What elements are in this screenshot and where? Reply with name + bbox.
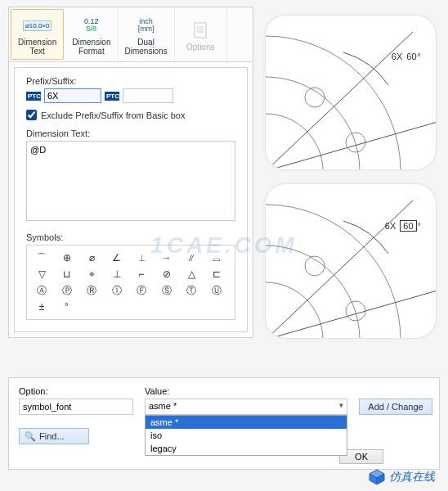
- symbol-button[interactable]: Ⓣ: [181, 283, 201, 298]
- prefix-suffix-label: Prefix/Suffix:: [26, 76, 235, 86]
- options-icon: [192, 20, 208, 41]
- symbol-button[interactable]: ⊕: [57, 250, 77, 265]
- svg-point-13: [266, 205, 401, 339]
- watermark-brand: 仿真在线: [368, 468, 435, 486]
- drawing-preview-1: 6X 60°: [265, 15, 437, 170]
- value-select-box[interactable]: asme *: [145, 399, 347, 415]
- dual-dimensions-icon: inch[mm]: [138, 15, 155, 36]
- symbol-button[interactable]: ⌒: [32, 250, 52, 265]
- prefix-input[interactable]: [44, 88, 101, 103]
- dimension-text-icon: ⌀10.0×0: [23, 15, 52, 36]
- tab-label: Dual Dimensions: [125, 38, 168, 56]
- symbol-button[interactable]: ±: [32, 300, 52, 314]
- symbol-button[interactable]: △: [181, 267, 201, 282]
- symbol-button[interactable]: Ⓐ: [32, 283, 52, 298]
- ribbon-toolbar: ⌀10.0×0 Dimension Text 0.125/8 Dimension…: [9, 7, 253, 62]
- dimension-text-input[interactable]: @D: [26, 141, 235, 221]
- symbol-button[interactable]: [157, 300, 177, 314]
- symbol-button[interactable]: ▽: [32, 267, 52, 282]
- symbol-button[interactable]: ⌖: [82, 267, 101, 282]
- option-label: Option:: [19, 386, 133, 396]
- tab-label: Dimension Format: [72, 38, 110, 56]
- value-select[interactable]: asme * asme *isolegacy: [145, 399, 347, 415]
- value-dropdown: asme *isolegacy: [145, 415, 347, 456]
- dropdown-item[interactable]: asme *: [146, 416, 347, 429]
- value-label: Value:: [145, 386, 347, 396]
- dimension-callout: 6X 60°: [385, 220, 421, 232]
- dropdown-item[interactable]: legacy: [146, 442, 347, 455]
- cube-icon: [368, 468, 386, 486]
- dimension-callout: 6X 60°: [392, 52, 421, 61]
- symbol-button[interactable]: [132, 300, 151, 314]
- svg-point-11: [266, 282, 323, 339]
- find-button[interactable]: 🔍 Find...: [19, 428, 89, 444]
- symbol-button[interactable]: ⊥: [107, 267, 127, 282]
- svg-point-4: [266, 114, 323, 170]
- symbol-button[interactable]: [207, 300, 226, 314]
- symbol-button[interactable]: [181, 300, 201, 314]
- symbol-button[interactable]: [107, 300, 127, 314]
- symbol-button[interactable]: ⊏: [207, 267, 226, 282]
- options-tab[interactable]: Options: [175, 7, 227, 61]
- drawing-preview-2: 6X 60°: [265, 183, 437, 339]
- symbol-button[interactable]: °: [57, 300, 77, 314]
- config-option-panel: Option: 🔍 Find... Value: asme * asme *is…: [8, 377, 440, 470]
- form-body: Prefix/Suffix: PTC PTC Exclude Prefix/Su…: [14, 67, 248, 332]
- symbol-button[interactable]: ⊘: [157, 267, 177, 282]
- svg-line-17: [266, 291, 437, 339]
- svg-point-12: [266, 246, 360, 339]
- svg-rect-0: [195, 23, 206, 38]
- dimension-text-label: Dimension Text:: [26, 128, 235, 138]
- suffix-input[interactable]: [123, 88, 173, 103]
- symbol-button[interactable]: Ⓢ: [157, 283, 177, 298]
- tab-label: Dimension Text: [18, 38, 56, 56]
- symbol-button[interactable]: ∠: [107, 250, 127, 265]
- symbol-button[interactable]: ⌐: [132, 267, 151, 282]
- symbol-button[interactable]: Ⓘ: [107, 283, 127, 298]
- symbol-button[interactable]: Ⓡ: [82, 283, 101, 298]
- symbol-button[interactable]: Ⓟ: [57, 283, 77, 298]
- dropdown-item[interactable]: iso: [146, 429, 347, 442]
- tab-label: Options: [186, 43, 214, 52]
- ptc-badge-icon: PTC: [105, 92, 119, 101]
- watermark-text: 1CAE.COM: [150, 232, 298, 259]
- dimension-format-tab[interactable]: 0.125/8 Dimension Format: [65, 7, 118, 61]
- add-change-button[interactable]: Add / Change: [359, 399, 432, 415]
- ptc-badge-icon: PTC: [26, 92, 41, 101]
- svg-point-6: [266, 36, 401, 170]
- dual-dimensions-tab[interactable]: inch[mm] Dual Dimensions: [119, 7, 175, 61]
- symbol-button[interactable]: [82, 300, 101, 314]
- exclude-checkbox[interactable]: [26, 110, 37, 120]
- symbol-button[interactable]: ⟂: [132, 250, 151, 265]
- dimension-text-tab[interactable]: ⌀10.0×0 Dimension Text: [11, 9, 64, 60]
- dimension-properties-panel: ⌀10.0×0 Dimension Text 0.125/8 Dimension…: [8, 7, 253, 338]
- dimension-format-icon: 0.125/8: [84, 15, 99, 36]
- symbol-button[interactable]: Ⓕ: [132, 283, 151, 298]
- symbol-button[interactable]: ⊔: [57, 267, 77, 282]
- svg-line-10: [266, 122, 437, 170]
- exclude-label: Exclude Prefix/Suffix from Basic box: [41, 110, 185, 120]
- symbol-button[interactable]: ⌀: [82, 250, 101, 265]
- magnifier-icon: 🔍: [25, 431, 36, 442]
- symbol-button[interactable]: Ⓤ: [207, 283, 226, 298]
- exclude-checkbox-row[interactable]: Exclude Prefix/Suffix from Basic box: [26, 110, 235, 120]
- option-name-input[interactable]: [19, 399, 133, 415]
- svg-point-5: [266, 77, 360, 170]
